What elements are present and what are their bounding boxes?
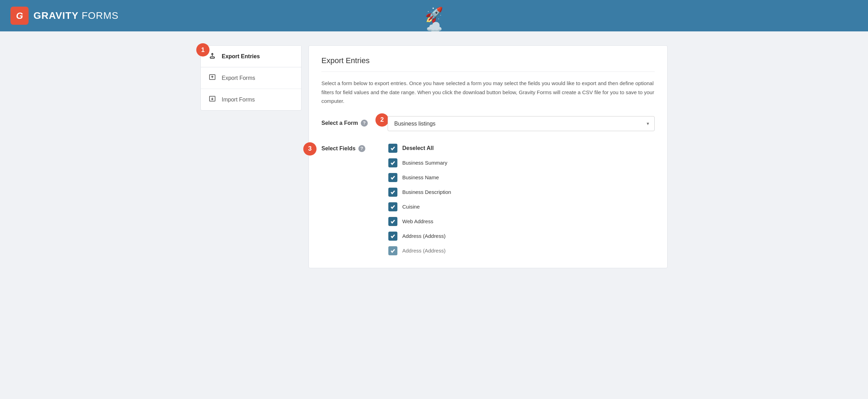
list-item[interactable]: Business Name xyxy=(388,171,655,184)
checkbox-cuisine[interactable] xyxy=(388,202,397,211)
sidebar-export-entries-label: Export Entries xyxy=(222,53,260,60)
checkbox-business-summary[interactable] xyxy=(388,158,397,167)
sidebar-import-forms-label: Import Forms xyxy=(222,97,255,103)
field-label-business-summary: Business Summary xyxy=(402,160,447,166)
list-item[interactable]: Business Summary xyxy=(388,156,655,170)
import-forms-icon xyxy=(208,95,216,104)
sidebar-item-import-forms[interactable]: Import Forms xyxy=(201,89,301,110)
description-text: Select a form below to export entries. O… xyxy=(321,79,655,106)
select-form-wrapper: Business listings ▾ xyxy=(388,116,655,131)
select-form-row: 2 Select a Form ? Business listings ▾ xyxy=(321,116,655,131)
sidebar-export-forms-label: Export Forms xyxy=(222,75,255,81)
step-2-badge: 2 xyxy=(375,113,389,127)
sidebar-item-export-entries[interactable]: Export Entries xyxy=(201,46,301,67)
checkbox-web-address[interactable] xyxy=(388,217,397,226)
list-item[interactable]: Address (Address) xyxy=(388,229,655,243)
field-label-deselect-all: Deselect All xyxy=(402,145,434,151)
list-item[interactable]: Business Description xyxy=(388,186,655,199)
logo-text: GRAVITY FORMS xyxy=(33,10,119,21)
list-item[interactable]: Cuisine xyxy=(388,200,655,213)
select-form-dropdown[interactable]: Business listings xyxy=(388,116,655,131)
export-forms-icon xyxy=(208,74,216,82)
content-area: Export Entries Select a form below to ex… xyxy=(309,45,668,268)
field-label-business-description: Business Description xyxy=(402,189,451,195)
fields-checkbox-list: Deselect All Business Summary Business N… xyxy=(388,142,655,257)
export-entries-icon xyxy=(208,52,216,61)
step-1-badge: 1 xyxy=(196,43,210,57)
sidebar-item-export-forms[interactable]: Export Forms xyxy=(201,67,301,89)
step-3-badge: 3 xyxy=(303,142,317,156)
field-label-address-2: Address (Address) xyxy=(402,248,446,254)
select-fields-row: 3 Select Fields ? Deselect All Busi xyxy=(321,142,655,257)
list-item[interactable]: Deselect All xyxy=(388,142,655,155)
field-label-address-1: Address (Address) xyxy=(402,233,446,239)
checkbox-business-description[interactable] xyxy=(388,188,397,197)
cloud-icon: ☁️ xyxy=(426,20,442,31)
logo-icon: G xyxy=(10,7,29,25)
app-header: G GRAVITY FORMS 🚀 ☁️ xyxy=(0,0,868,31)
page-title: Export Entries xyxy=(321,56,655,72)
logo: G GRAVITY FORMS xyxy=(10,7,119,25)
list-item[interactable]: Web Address xyxy=(388,215,655,228)
main-container: 1 Export Entries xyxy=(190,31,678,279)
checkbox-business-name[interactable] xyxy=(388,173,397,182)
field-label-business-name: Business Name xyxy=(402,174,439,180)
field-label-web-address: Web Address xyxy=(402,218,433,224)
sidebar: Export Entries Export Forms Import For xyxy=(200,45,302,111)
select-fields-label: 3 Select Fields ? xyxy=(321,142,377,152)
select-fields-help-icon[interactable]: ? xyxy=(358,145,365,152)
select-form-label: Select a Form ? xyxy=(321,116,377,127)
select-form-help-icon[interactable]: ? xyxy=(361,120,368,127)
rocket-decoration: 🚀 ☁️ xyxy=(425,8,443,31)
checkbox-address-2[interactable] xyxy=(388,246,397,255)
list-item[interactable]: Address (Address) xyxy=(388,244,655,257)
checkbox-deselect-all[interactable] xyxy=(388,144,397,153)
checkbox-address-1[interactable] xyxy=(388,232,397,241)
field-label-cuisine: Cuisine xyxy=(402,204,420,210)
